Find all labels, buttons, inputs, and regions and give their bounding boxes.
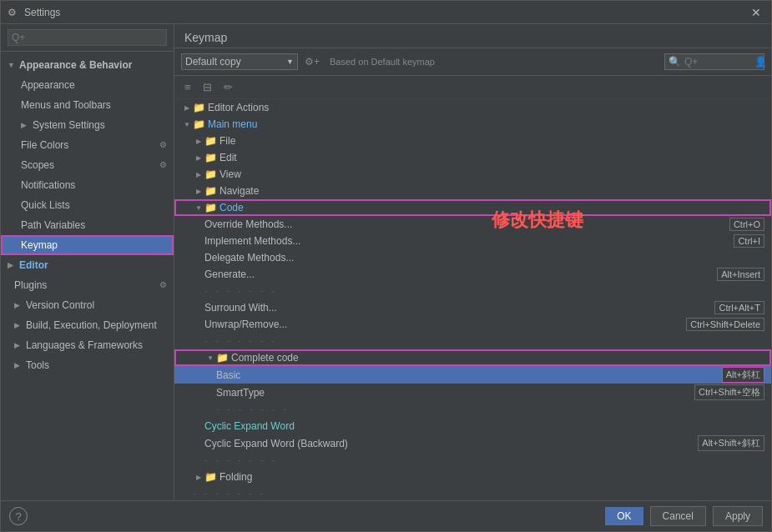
settings-icon: ⚙ [8,7,19,18]
keymap-search-container: 🔍 👤 [664,53,764,70]
sidebar-item-path-variables[interactable]: Path Variables [1,215,174,235]
title-bar: ⚙ Settings ✕ [1,1,771,24]
keymap-search-input[interactable] [684,56,751,68]
sidebar-item-system-settings[interactable]: ▶ System Settings [1,115,174,135]
close-button[interactable]: ✕ [748,4,764,21]
keymap-gear-icon[interactable]: ⚙+ [303,54,321,69]
table-row[interactable]: ▼ 📁 Main menu [174,116,771,133]
user-icon: 👤 [754,56,767,68]
apply-button[interactable]: Apply [713,506,763,526]
code-group-row[interactable]: ▼ 📁 Code [174,199,771,216]
shortcut-badge: Ctrl+O [729,218,764,231]
sidebar-item-editor[interactable]: ▶ Editor [1,255,174,275]
row-label: Editor Actions [208,102,771,113]
arrow-icon: ▶ [21,117,29,133]
folder-icon: 📁 [204,471,217,483]
cancel-button[interactable]: Cancel [650,506,706,526]
right-panel: Keymap Default copy ▼ ⚙+ Based on Defaul… [174,24,771,500]
sidebar: ▼ Appearance & Behavior Appearance Menus… [1,24,174,500]
sidebar-search-input[interactable] [8,29,167,46]
dropdown-value: Default copy [185,56,241,68]
complete-code-group-row[interactable]: ▼ 📁 Complete code [174,349,771,366]
folder-icon: 📁 [204,152,217,163]
basic-row[interactable]: Basic Alt+斜杠 [174,366,771,384]
table-row[interactable]: Unwrap/Remove... Ctrl+Shift+Delete [174,316,771,333]
arrow-icon: ▼ [181,121,193,128]
row-label: Edit [219,152,771,163]
arrow-icon: ▼ [193,204,204,212]
row-label: Navigate [219,185,771,197]
collapse-all-button[interactable]: ⊟ [199,79,215,95]
row-label: Basic [216,369,722,381]
shortcut-badge: Alt+Shift+斜杠 [698,435,764,451]
sidebar-label: Keymap [21,237,58,253]
sidebar-label: Scopes [21,157,54,173]
arrow-icon: ▼ [8,57,16,73]
sidebar-item-menus-toolbars[interactable]: Menus and Toolbars [1,95,174,115]
shortcut-badge: Ctrl+Alt+T [714,301,764,314]
folder-icon: 📁 [204,168,217,180]
table-row[interactable]: Surround With... Ctrl+Alt+T [174,299,771,316]
row-label: Cyclic Expand Word (Backward) [204,438,698,449]
sidebar-item-tools[interactable]: ▶ Tools [1,355,174,375]
keymap-toolbar: Default copy ▼ ⚙+ Based on Default keyma… [174,48,771,76]
arrow-icon: ▶ [193,154,204,162]
sidebar-item-notifications[interactable]: Notifications [1,175,174,195]
row-label: Delegate Methods... [204,252,771,263]
edit-button[interactable]: ✏ [220,79,236,95]
keymap-dropdown[interactable]: Default copy ▼ [181,53,298,70]
sidebar-item-plugins[interactable]: Plugins ⚙ [1,275,174,295]
row-label: SmartType [216,387,694,399]
sidebar-label: Plugins [14,277,47,294]
table-row[interactable]: Override Methods... Ctrl+O [174,216,771,233]
sidebar-item-quick-lists[interactable]: Quick Lists [1,195,174,215]
sidebar-label: Build, Execution, Deployment [26,317,157,334]
table-row[interactable]: ▶ 📁 Edit [174,149,771,166]
arrow-icon: ▼ [204,354,216,362]
row-label: Cyclic Expand Word [204,420,771,432]
row-label: File [219,135,771,147]
table-row[interactable]: Generate... Alt+Insert [174,266,771,283]
arrow-icon: ▶ [193,188,204,195]
table-row[interactable]: Delegate Methods... [174,249,771,266]
sidebar-item-scopes[interactable]: Scopes ⚙ [1,155,174,175]
row-label: Code [219,202,771,213]
config-icon: ⚙ [159,137,167,153]
separator: - - - - - - - [204,454,771,466]
table-row[interactable]: Cyclic Expand Word [174,418,771,434]
shortcut-badge: Ctrl+Shift+空格 [694,384,764,400]
keymap-tree: ▶ 📁 Editor Actions ▼ 📁 Main menu [174,99,771,500]
table-row[interactable]: ▶ 📁 Folding [174,469,771,485]
table-row[interactable]: ▶ 📁 Editor Actions [174,99,771,116]
table-row[interactable]: ▶ 📁 View [174,166,771,183]
arrow-icon: ▶ [193,474,204,481]
row-label: Surround With... [204,302,714,314]
row-label: Folding [219,471,771,483]
shortcut-badge: Ctrl+I [734,234,764,248]
help-button[interactable]: ? [9,507,28,525]
ok-button[interactable]: OK [605,507,643,525]
separator: - - - - - - - [193,488,771,499]
table-row[interactable]: ▶ 📁 Navigate [174,183,771,199]
sidebar-item-languages-frameworks[interactable]: ▶ Languages & Frameworks [1,335,174,355]
sidebar-item-appearance-behavior[interactable]: ▼ Appearance & Behavior [1,55,174,75]
separator: - - - - - - - [204,335,771,347]
row-label: Generate... [204,269,717,280]
table-row[interactable]: ▶ 📁 File [174,133,771,149]
table-row[interactable]: Cyclic Expand Word (Backward) Alt+Shift+… [174,434,771,452]
arrow-icon: ▶ [193,138,204,145]
expand-all-button[interactable]: ≡ [181,79,194,95]
sidebar-item-version-control[interactable]: ▶ Version Control [1,295,174,315]
sidebar-label: Notifications [21,177,75,193]
row-label: Implement Methods... [204,235,734,247]
sidebar-item-build-execution[interactable]: ▶ Build, Execution, Deployment [1,315,174,335]
sidebar-tree: ▼ Appearance & Behavior Appearance Menus… [1,52,174,500]
arrow-icon: ▶ [8,257,16,274]
sidebar-item-appearance[interactable]: Appearance [1,75,174,95]
table-row[interactable]: SmartType Ctrl+Shift+空格 [174,384,771,401]
sidebar-item-keymap[interactable]: Keymap [1,235,174,255]
sidebar-item-file-colors[interactable]: File Colors ⚙ [1,135,174,155]
window-title: Settings [24,7,748,18]
table-row[interactable]: Implement Methods... Ctrl+I [174,233,771,249]
row-label: Override Methods... [204,218,729,230]
